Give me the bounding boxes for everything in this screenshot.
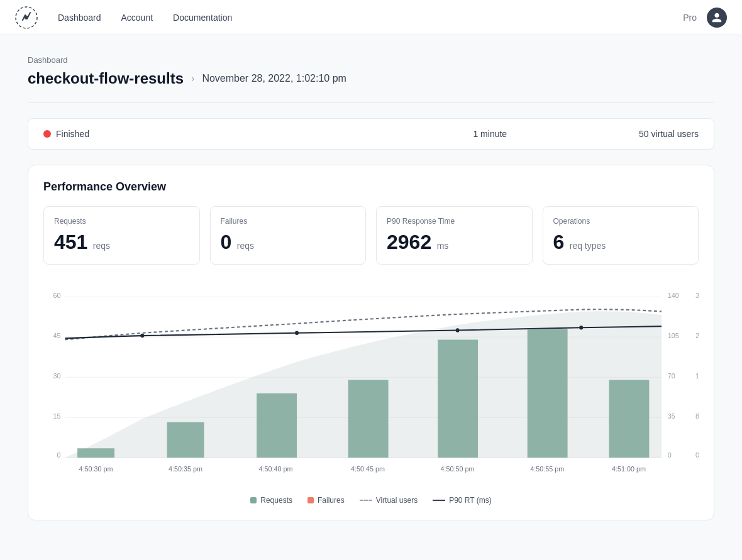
svg-rect-31 xyxy=(528,329,568,458)
status-label: Finished xyxy=(56,129,89,139)
svg-text:105: 105 xyxy=(668,332,679,339)
svg-rect-30 xyxy=(438,339,478,458)
svg-text:60: 60 xyxy=(53,292,61,299)
pro-badge: Pro xyxy=(683,13,697,23)
chart-legend: Requests Failures Virtual users P90 RT (… xyxy=(43,496,699,505)
metrics-grid: Requests 451 reqs Failures 0 reqs P90 Re… xyxy=(43,206,699,265)
svg-text:30: 30 xyxy=(53,372,61,380)
chevron-icon: › xyxy=(191,73,194,84)
metric-failures-value: 0 xyxy=(221,231,232,253)
svg-text:15: 15 xyxy=(53,412,61,420)
metric-failures: Failures 0 reqs xyxy=(210,206,367,265)
page-header: checkout-flow-results › November 28, 202… xyxy=(28,70,714,87)
svg-text:45: 45 xyxy=(53,332,61,339)
legend-failures-label: Failures xyxy=(318,496,345,505)
svg-point-24 xyxy=(456,328,460,332)
svg-text:2400: 2400 xyxy=(695,332,699,339)
legend-requests-label: Requests xyxy=(260,496,292,505)
logo[interactable] xyxy=(15,6,38,29)
metric-operations-value: 6 xyxy=(553,231,565,253)
metric-requests-label: Requests xyxy=(54,217,189,226)
svg-rect-28 xyxy=(257,393,297,458)
svg-text:800: 800 xyxy=(695,412,699,420)
metric-p90-unit: ms xyxy=(437,241,449,251)
svg-rect-26 xyxy=(77,448,114,458)
nav-account[interactable]: Account xyxy=(121,10,153,25)
chart-container: 60 45 30 15 0 140 105 70 35 0 3200 2400 … xyxy=(43,285,699,505)
nav-right: Pro xyxy=(683,8,727,28)
performance-overview-card: Performance Overview Requests 451 reqs F… xyxy=(28,165,714,520)
svg-rect-27 xyxy=(167,422,204,458)
svg-point-22 xyxy=(140,334,144,338)
breadcrumb: Dashboard xyxy=(28,55,714,65)
legend-requests: Requests xyxy=(250,496,292,505)
metric-operations: Operations 6 req types xyxy=(543,206,699,265)
svg-text:4:51:00 pm: 4:51:00 pm xyxy=(612,464,646,472)
svg-text:1600: 1600 xyxy=(695,372,699,380)
legend-failures: Failures xyxy=(307,496,345,505)
metric-p90: P90 Response Time 2962 ms xyxy=(376,206,533,265)
header-divider xyxy=(28,102,714,103)
metric-failures-unit: reqs xyxy=(237,241,254,251)
nav-documentation[interactable]: Documentation xyxy=(173,10,232,25)
svg-text:3200: 3200 xyxy=(695,292,699,299)
svg-text:4:50:55 pm: 4:50:55 pm xyxy=(530,464,564,472)
metric-failures-label: Failures xyxy=(221,217,356,226)
status-dot xyxy=(43,130,51,138)
status-duration: 1 minute xyxy=(341,129,640,139)
svg-text:4:50:30 pm: 4:50:30 pm xyxy=(79,464,113,472)
svg-text:0: 0 xyxy=(57,451,61,459)
nav-links: Dashboard Account Documentation xyxy=(58,10,683,25)
svg-point-1 xyxy=(25,16,28,19)
legend-failures-icon xyxy=(307,497,314,503)
chart-svg: 60 45 30 15 0 140 105 70 35 0 3200 2400 … xyxy=(43,285,699,486)
legend-virtual-users-label: Virtual users xyxy=(376,496,418,505)
page-subtitle: November 28, 2022, 1:02:10 pm xyxy=(202,73,346,84)
status-badge: Finished xyxy=(43,129,341,139)
svg-text:140: 140 xyxy=(668,292,679,299)
svg-text:4:50:40 pm: 4:50:40 pm xyxy=(259,464,293,472)
svg-text:70: 70 xyxy=(668,372,675,380)
nav-dashboard[interactable]: Dashboard xyxy=(58,10,101,25)
legend-p90-label: P90 RT (ms) xyxy=(449,496,492,505)
status-users: 50 virtual users xyxy=(639,129,699,139)
metric-p90-value: 2962 xyxy=(387,231,431,253)
legend-requests-icon xyxy=(250,497,257,503)
status-bar: Finished 1 minute 50 virtual users xyxy=(28,118,714,150)
svg-text:4:50:50 pm: 4:50:50 pm xyxy=(441,464,475,472)
metric-requests-unit: reqs xyxy=(93,241,110,251)
metric-operations-unit: req types xyxy=(570,241,606,251)
metric-requests-value: 451 xyxy=(54,231,87,253)
navbar: Dashboard Account Documentation Pro xyxy=(0,0,742,35)
svg-rect-29 xyxy=(348,380,389,458)
main-content: Dashboard checkout-flow-results › Novemb… xyxy=(13,35,729,556)
metric-requests: Requests 451 reqs xyxy=(43,206,200,265)
legend-virtual-users-icon xyxy=(360,500,372,501)
svg-point-25 xyxy=(579,326,583,329)
metric-operations-label: Operations xyxy=(553,217,689,226)
svg-point-23 xyxy=(295,331,299,335)
legend-p90-icon xyxy=(433,500,445,501)
svg-rect-32 xyxy=(609,380,649,458)
metric-p90-label: P90 Response Time xyxy=(387,217,522,226)
perf-title: Performance Overview xyxy=(43,180,699,194)
svg-text:35: 35 xyxy=(668,412,675,420)
svg-text:4:50:35 pm: 4:50:35 pm xyxy=(169,464,202,472)
svg-text:0: 0 xyxy=(668,451,672,459)
user-avatar[interactable] xyxy=(707,8,727,28)
legend-p90: P90 RT (ms) xyxy=(433,496,492,505)
svg-text:4:50:45 pm: 4:50:45 pm xyxy=(351,464,385,472)
page-title: checkout-flow-results xyxy=(28,70,184,87)
legend-virtual-users: Virtual users xyxy=(360,496,418,505)
svg-text:0: 0 xyxy=(695,451,699,459)
